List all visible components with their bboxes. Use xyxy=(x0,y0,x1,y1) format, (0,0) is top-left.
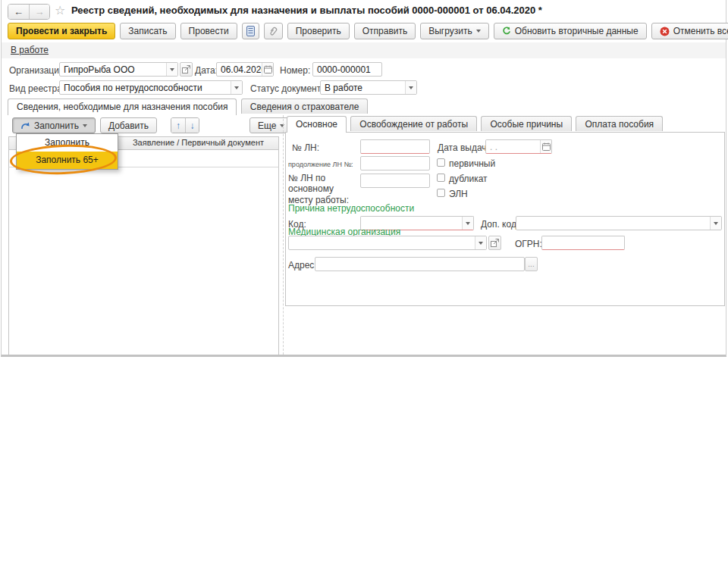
medical-org-combo[interactable] xyxy=(288,236,487,250)
export-label: Выгрузить xyxy=(428,26,472,36)
organization-open-button[interactable] xyxy=(180,62,193,77)
date-label: Дата: xyxy=(195,65,218,76)
ogrn-input[interactable] xyxy=(541,236,625,250)
move-down-button[interactable]: ↓ xyxy=(185,118,199,133)
duplicate-checkbox-label: дубликат xyxy=(449,174,488,184)
add-code-combo[interactable] xyxy=(516,216,722,230)
menu-item-fill-65plus[interactable]: Заполнить 65+ xyxy=(17,152,118,169)
menu-item-fill[interactable]: Заполнить xyxy=(17,134,118,152)
arrow-up-icon: ↑ xyxy=(176,120,180,131)
doc-status-combo[interactable]: В работе xyxy=(320,80,417,95)
address-ellipsis-button[interactable]: ... xyxy=(525,257,538,271)
tab-special-reasons[interactable]: Особые причины xyxy=(481,116,572,131)
primary-checkbox[interactable] xyxy=(437,158,445,167)
back-button[interactable]: ← xyxy=(8,5,29,19)
save-label: Записать xyxy=(128,26,167,36)
panel-splitter[interactable] xyxy=(283,115,284,355)
registry-kind-dropdown-arrow-icon[interactable] xyxy=(231,81,242,94)
primary-checkbox-label: первичный xyxy=(449,158,495,169)
date-calendar-button[interactable] xyxy=(262,63,273,76)
fill-label: Заполнить xyxy=(34,120,79,131)
status-strip: В работе xyxy=(2,42,726,58)
tab-main[interactable]: Основное xyxy=(287,116,347,133)
post-and-close-button[interactable]: Провести и закрыть xyxy=(8,23,115,39)
arrow-right-icon: → xyxy=(35,6,45,17)
save-button[interactable]: Записать xyxy=(120,23,175,39)
post-and-close-label: Провести и закрыть xyxy=(16,26,107,36)
continuation-ln-label: продолжение ЛН №: xyxy=(288,161,353,168)
post-button[interactable]: Провести xyxy=(180,23,237,39)
add-code-dropdown-arrow-icon[interactable] xyxy=(710,217,721,230)
organization-label: Организация: xyxy=(9,65,67,76)
chevron-down-icon xyxy=(476,30,481,33)
cancel-icon xyxy=(660,27,670,36)
medical-org-dropdown-arrow-icon[interactable] xyxy=(475,236,486,249)
tab-work-release[interactable]: Освобождение от работы xyxy=(350,116,477,131)
refresh-icon xyxy=(502,27,511,36)
column-header-application-document[interactable]: Заявление / Первичный документ xyxy=(118,138,278,147)
doc-status-value: В работе xyxy=(325,83,362,93)
issue-date-input[interactable]: . . xyxy=(485,139,552,154)
fill-action-icon xyxy=(20,121,30,130)
eln-checkbox[interactable] xyxy=(437,189,445,197)
page-title: Реестр сведений, необходимых для назначе… xyxy=(71,5,542,16)
move-up-button[interactable]: ↑ xyxy=(171,118,185,133)
organization-combo[interactable]: ГипроРыба ООО xyxy=(59,62,178,77)
registry-kind-combo[interactable]: Пособия по нетрудоспособности xyxy=(59,80,243,95)
tab-benefit-payment[interactable]: Оплата пособия xyxy=(576,116,663,131)
open-link-icon xyxy=(182,65,190,74)
post-label: Провести xyxy=(189,26,229,36)
document-journal-button[interactable] xyxy=(242,23,259,39)
doc-status-dropdown-arrow-icon[interactable] xyxy=(405,81,416,94)
eln-checkbox-label: ЭЛН xyxy=(449,189,468,199)
chevron-down-icon xyxy=(83,124,87,127)
favorite-star-icon[interactable]: ☆ xyxy=(55,3,65,17)
add-row-button[interactable]: Добавить xyxy=(100,117,157,133)
issue-date-placeholder: . . xyxy=(490,142,497,152)
nav-history-group: ← → xyxy=(8,4,50,20)
more-label: Еще xyxy=(258,120,276,131)
tab-benefit-info[interactable]: Сведения, необходимые для назначения пос… xyxy=(8,99,237,115)
organization-dropdown-arrow-icon[interactable] xyxy=(166,63,177,76)
cancel-corrections-button[interactable]: Отменить все исправления xyxy=(651,23,728,39)
number-value: 0000-000001 xyxy=(317,64,371,75)
organization-value: ГипроРыба ООО xyxy=(64,64,135,75)
send-label: Отправить xyxy=(362,26,408,36)
check-button[interactable]: Проверить xyxy=(287,23,350,39)
date-input[interactable]: 06.04.2020 xyxy=(216,62,274,77)
refresh-secondary-button[interactable]: Обновить вторичные данные xyxy=(494,23,647,39)
page: ← → ☆ Реестр сведений, необходимых для н… xyxy=(0,0,728,588)
incapacity-cause-header: Причина нетрудоспособности xyxy=(288,203,414,214)
ellipsis-label: ... xyxy=(528,260,534,268)
medical-org-open-button[interactable] xyxy=(488,236,501,250)
export-button[interactable]: Выгрузить xyxy=(420,23,489,39)
issue-date-calendar-button[interactable] xyxy=(540,140,551,153)
calendar-icon xyxy=(542,142,551,151)
table-body[interactable] xyxy=(8,167,279,355)
main-workplace-ln-input[interactable] xyxy=(360,174,430,188)
continuation-ln-input[interactable] xyxy=(360,156,430,170)
ogrn-label: ОГРН: xyxy=(515,239,542,249)
address-input[interactable] xyxy=(315,257,525,271)
ln-number-input[interactable] xyxy=(360,139,430,154)
send-button[interactable]: Отправить xyxy=(354,23,416,39)
attachments-button[interactable] xyxy=(264,23,283,39)
code-dropdown-arrow-icon[interactable] xyxy=(462,217,473,230)
tab-insurer-info[interactable]: Сведения о страхователе xyxy=(241,99,369,114)
add-code-label: Доп. код: xyxy=(481,219,519,230)
status-link[interactable]: В работе xyxy=(11,45,49,55)
refresh-secondary-label: Обновить вторичные данные xyxy=(515,26,639,36)
open-link-icon xyxy=(491,239,499,247)
registry-kind-label: Вид реестра: xyxy=(9,83,64,94)
paperclip-icon xyxy=(268,26,278,36)
duplicate-checkbox[interactable] xyxy=(437,174,445,182)
fill-button[interactable]: Заполнить xyxy=(12,117,96,133)
number-input[interactable]: 0000-000001 xyxy=(312,62,382,77)
forward-button[interactable]: → xyxy=(29,5,49,19)
arrow-down-icon: ↓ xyxy=(190,120,194,131)
add-label: Добавить xyxy=(108,120,149,131)
fill-dropdown-menu: Заполнить Заполнить 65+ xyxy=(16,133,118,170)
arrow-left-icon: ← xyxy=(14,6,24,17)
left-panel-toolbar: Заполнить Добавить ↑ ↓ xyxy=(12,117,199,133)
main-workplace-ln-label: № ЛН по основному месту работы: xyxy=(288,173,356,205)
